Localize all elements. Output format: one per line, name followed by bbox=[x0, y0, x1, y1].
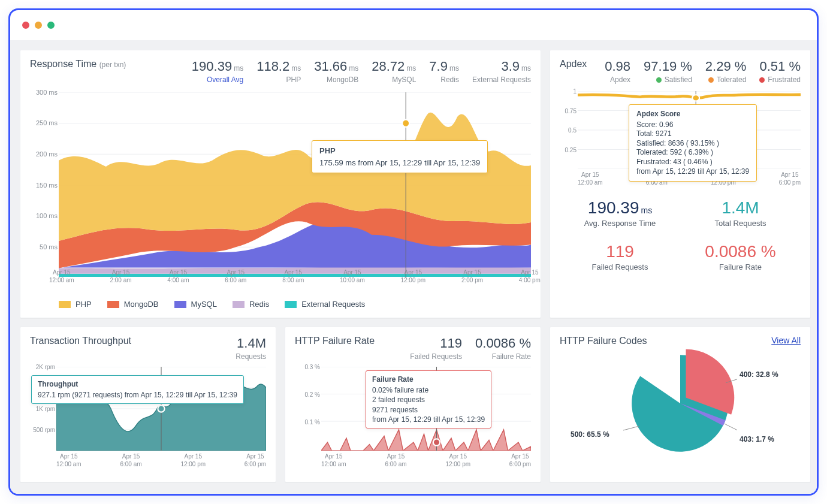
legend-mongodb[interactable]: MongoDB bbox=[107, 300, 159, 309]
svg-point-7 bbox=[402, 119, 409, 126]
svg-point-27 bbox=[433, 439, 440, 445]
throughput-title: Transaction Throughput bbox=[30, 336, 131, 346]
pie-chart[interactable]: 400: 32.8 % 403: 1.7 % 500: 65.5 % bbox=[560, 346, 801, 460]
summary-failed: 119Failed Requests bbox=[560, 242, 680, 271]
apdex-chart[interactable]: 1 0.75 0.5 0.25 Apdex Score Score: 0.96 … bbox=[560, 91, 801, 169]
metric-mongodb: 31.66msMongoDB bbox=[314, 59, 358, 84]
view-all-link[interactable]: View All bbox=[771, 336, 801, 345]
panel-title: Response Time (per txn) bbox=[30, 59, 126, 70]
pie-label-403: 403: 1.7 % bbox=[740, 435, 774, 443]
chart-tooltip: PHP 175.59 ms from Apr 15, 12:29 till Ap… bbox=[312, 140, 488, 173]
response-time-metrics: 190.39msOverall Avg 118.2msPHP 31.66msMo… bbox=[192, 59, 531, 84]
summary-fail-rate: 0.0086 %Failure Rate bbox=[680, 242, 801, 271]
metric-overall: 190.39msOverall Avg bbox=[192, 59, 243, 84]
failure-xaxis: Apr 1512:00 am Apr 156:00 am Apr 1512:00… bbox=[321, 453, 531, 468]
throughput-chart[interactable]: 2K rpm 1.5K rpm 1K rpm 500 rpm Throughpu… bbox=[30, 367, 266, 451]
throughput-metric: 1.4MRequests bbox=[236, 336, 266, 361]
apdex-frustrated: 0.51 %Frustrated bbox=[759, 59, 801, 84]
apdex-satisfied: 97.19 %Satisfied bbox=[644, 59, 692, 84]
y-axis: 300 ms 250 ms 200 ms 150 ms 100 ms 50 ms bbox=[30, 92, 58, 278]
apdex-yaxis: 1 0.75 0.5 0.25 bbox=[560, 91, 577, 169]
pie-label-500: 500: 65.5 % bbox=[571, 430, 609, 439]
apdex-summary: 190.39msAvg. Response Time 1.4MTotal Req… bbox=[560, 198, 801, 271]
failure-title: HTTP Failure Rate bbox=[295, 336, 375, 346]
response-time-xaxis: Apr 1512:00 am Apr 152:00 am Apr 154:00 … bbox=[49, 269, 541, 284]
failure-codes-panel: HTTP Failure Codes View All bbox=[550, 327, 811, 482]
svg-line-30 bbox=[623, 426, 639, 432]
svg-line-29 bbox=[725, 424, 737, 435]
response-time-legend: PHP MongoDB MySQL Redis External Request… bbox=[59, 300, 531, 309]
failure-metric-rate: 0.0086 %Failure Rate bbox=[475, 336, 531, 361]
metric-php: 118.2msPHP bbox=[256, 59, 301, 84]
legend-redis[interactable]: Redis bbox=[233, 300, 269, 309]
dashboard: Response Time (per txn) 190.39msOverall … bbox=[10, 40, 817, 496]
maximize-dot-icon[interactable] bbox=[47, 22, 55, 29]
app-window: Response Time (per txn) 190.39msOverall … bbox=[8, 8, 819, 496]
metric-redis: 7.9msRedis bbox=[429, 59, 459, 84]
window-titlebar bbox=[10, 10, 817, 40]
apdex-title: Apdex bbox=[560, 59, 587, 84]
apdex-panel: Apdex 0.98Apdex 97.19 %Satisfied 2.29 %T… bbox=[550, 50, 811, 318]
plot-area bbox=[59, 92, 531, 278]
response-time-panel: Response Time (per txn) 190.39msOverall … bbox=[20, 50, 541, 318]
close-dot-icon[interactable] bbox=[22, 22, 29, 29]
apdex-tolerated: 2.29 %Tolerated bbox=[705, 59, 747, 84]
failure-yaxis: 0.3 % 0.2 % 0.1 % bbox=[295, 367, 320, 451]
apdex-metrics: 0.98Apdex 97.19 %Satisfied 2.29 %Tolerat… bbox=[605, 59, 801, 84]
failure-chart[interactable]: 0.3 % 0.2 % 0.1 % Failure Rate 0.02% fai… bbox=[295, 367, 531, 451]
summary-total-req: 1.4MTotal Requests bbox=[680, 198, 801, 228]
svg-point-21 bbox=[158, 405, 164, 412]
response-time-chart[interactable]: 300 ms 250 ms 200 ms 150 ms 100 ms 50 ms bbox=[30, 92, 531, 278]
apdex-tooltip: Apdex Score Score: 0.96 Total: 9271 Sati… bbox=[629, 104, 757, 182]
metric-mysql: 28.72msMySQL bbox=[372, 59, 416, 84]
minimize-dot-icon[interactable] bbox=[35, 22, 42, 29]
legend-mysql[interactable]: MySQL bbox=[174, 300, 217, 309]
metric-external: 3.9msExternal Requests bbox=[472, 59, 531, 84]
legend-external[interactable]: External Requests bbox=[285, 300, 365, 309]
summary-avg-resp: 190.39msAvg. Response Time bbox=[560, 198, 680, 228]
response-time-title: Response Time bbox=[30, 59, 96, 69]
svg-point-14 bbox=[692, 95, 699, 101]
failure-metric-count: 119Failed Requests bbox=[410, 336, 462, 361]
apdex-value: 0.98Apdex bbox=[605, 59, 630, 84]
throughput-tooltip: Throughput 927.1 rpm (9271 requests) fro… bbox=[31, 375, 244, 404]
codes-title: HTTP Failure Codes bbox=[560, 336, 647, 346]
failure-tooltip: Failure Rate 0.02% failure rate 2 failed… bbox=[366, 370, 491, 428]
pie-label-400: 400: 32.8 % bbox=[740, 370, 778, 379]
throughput-panel: Transaction Throughput 1.4MRequests 2K r… bbox=[20, 327, 276, 482]
response-time-subtitle: (per txn) bbox=[99, 61, 126, 69]
throughput-xaxis: Apr 1512:00 am Apr 156:00 am Apr 1512:00… bbox=[56, 453, 266, 468]
legend-php[interactable]: PHP bbox=[59, 300, 92, 309]
bottom-left: Transaction Throughput 1.4MRequests 2K r… bbox=[20, 327, 541, 482]
failure-panel: HTTP Failure Rate 119Failed Requests 0.0… bbox=[285, 327, 541, 482]
